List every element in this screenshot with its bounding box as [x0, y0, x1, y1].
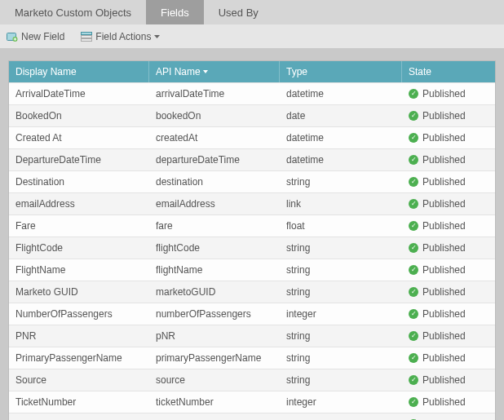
tab-custom-objects[interactable]: Marketo Custom Objects — [0, 0, 146, 24]
field-actions-button[interactable]: Field Actions — [81, 31, 160, 42]
check-circle-icon: ✓ — [409, 133, 418, 143]
state-label: Published — [422, 308, 466, 320]
cell-state: ✓Published — [402, 171, 495, 192]
check-circle-icon: ✓ — [409, 199, 418, 209]
table-row[interactable]: PNRpNRstring✓Published — [9, 325, 495, 347]
cell-state: ✓Published — [402, 215, 495, 237]
tab-used-by[interactable]: Used By — [204, 0, 273, 24]
cell-state: ✓Published — [402, 303, 495, 325]
tab-label: Fields — [161, 7, 189, 19]
cell-type: integer — [280, 303, 402, 325]
cell-state: ✓Published — [402, 149, 495, 170]
cell-api-name: pNR — [149, 325, 280, 347]
cell-display-name: ArrivalDateTime — [9, 83, 149, 104]
check-circle-icon: ✓ — [409, 111, 418, 121]
check-circle-icon: ✓ — [409, 243, 418, 253]
cell-type: string — [280, 347, 402, 369]
cell-type: integer — [280, 391, 402, 413]
table-row[interactable]: Created AtcreatedAtdatetime✓Published — [9, 126, 495, 148]
cell-state: ✓Published — [402, 193, 495, 214]
state-label: Published — [422, 220, 466, 232]
cell-api-name: ticketNumber — [149, 391, 280, 413]
table-header-row: Display Name API Name Type State — [9, 61, 495, 82]
table-row[interactable]: Marketo GUIDmarketoGUIDstring✓Published — [9, 281, 495, 303]
cell-state: ✓Published — [402, 281, 495, 303]
table-row[interactable]: PrimaryPassengerNameprimaryPassengerName… — [9, 347, 495, 369]
cell-display-name: emailAddress — [9, 193, 149, 214]
state-label: Published — [422, 396, 466, 408]
table-row[interactable]: ArrivalDateTimearrivalDateTimedatetime✓P… — [9, 82, 495, 104]
state-label: Published — [422, 330, 466, 342]
cell-api-name: arrivalDateTime — [149, 83, 280, 104]
new-field-icon — [7, 32, 18, 42]
check-circle-icon: ✓ — [409, 221, 418, 231]
cell-state: ✓Published — [402, 369, 495, 391]
state-label: Published — [422, 264, 466, 276]
tab-fields[interactable]: Fields — [146, 0, 204, 24]
content-area: Display Name API Name Type State Arrival… — [0, 49, 504, 420]
check-circle-icon: ✓ — [409, 89, 418, 99]
cell-api-name: updatedAt — [149, 413, 280, 420]
cell-display-name: Marketo GUID — [9, 281, 149, 303]
cell-type: datetime — [280, 413, 402, 420]
col-header-label: Type — [286, 66, 307, 77]
cell-type: string — [280, 171, 402, 192]
cell-display-name: FlightCode — [9, 237, 149, 259]
check-circle-icon: ✓ — [409, 353, 418, 363]
state-label: Published — [422, 88, 466, 99]
col-header-display-name[interactable]: Display Name — [9, 61, 149, 82]
cell-display-name: Destination — [9, 171, 149, 192]
cell-display-name: DepartureDateTime — [9, 149, 149, 170]
fields-table: Display Name API Name Type State Arrival… — [8, 60, 496, 420]
tab-label: Used By — [219, 7, 259, 19]
svg-rect-3 — [82, 35, 92, 38]
cell-display-name: Source — [9, 369, 149, 391]
cell-display-name: Fare — [9, 215, 149, 237]
cell-display-name: TicketNumber — [9, 391, 149, 413]
table-row[interactable]: DepartureDateTimedepartureDateTimedateti… — [9, 148, 495, 170]
table-row[interactable]: NumberOfPassengersnumberOfPassengersinte… — [9, 303, 495, 325]
cell-state: ✓Published — [402, 127, 495, 148]
cell-api-name: flightCode — [149, 237, 280, 259]
new-field-button[interactable]: New Field — [7, 31, 64, 42]
check-circle-icon: ✓ — [409, 375, 418, 385]
table-row[interactable]: BookedOnbookedOndate✓Published — [9, 104, 495, 126]
col-header-label: API Name — [156, 66, 201, 77]
cell-type: datetime — [280, 127, 402, 148]
cell-api-name: fare — [149, 215, 280, 237]
table-row[interactable]: TicketNumberticketNumberinteger✓Publishe… — [9, 391, 495, 413]
state-label: Published — [422, 154, 466, 166]
tab-bar: Marketo Custom Objects Fields Used By — [0, 0, 504, 24]
cell-api-name: numberOfPassengers — [149, 303, 280, 325]
cell-type: string — [280, 281, 402, 303]
cell-display-name: BookedOn — [9, 105, 149, 126]
cell-type: string — [280, 369, 402, 391]
cell-state: ✓Published — [402, 347, 495, 369]
state-label: Published — [422, 198, 466, 210]
cell-api-name: source — [149, 369, 280, 391]
cell-type: string — [280, 237, 402, 259]
table-row[interactable]: Sourcesourcestring✓Published — [9, 369, 495, 391]
cell-type: date — [280, 105, 402, 126]
sort-down-icon — [203, 70, 208, 73]
cell-state: ✓Published — [402, 391, 495, 413]
cell-type: datetime — [280, 149, 402, 170]
cell-api-name: marketoGUID — [149, 281, 280, 303]
cell-display-name: PrimaryPassengerName — [9, 347, 149, 369]
state-label: Published — [422, 110, 466, 122]
cell-type: link — [280, 193, 402, 214]
col-header-type[interactable]: Type — [280, 61, 402, 82]
field-actions-label: Field Actions — [95, 31, 151, 42]
table-row[interactable]: emailAddressemailAddresslink✓Published — [9, 192, 495, 214]
table-row[interactable]: FlightCodeflightCodestring✓Published — [9, 237, 495, 259]
col-header-state[interactable]: State — [402, 61, 495, 82]
col-header-api-name[interactable]: API Name — [149, 61, 280, 82]
table-body: ArrivalDateTimearrivalDateTimedatetime✓P… — [9, 82, 495, 420]
cell-api-name: destination — [149, 171, 280, 192]
cell-type: float — [280, 215, 402, 237]
check-circle-icon: ✓ — [409, 155, 418, 165]
table-row[interactable]: Destinationdestinationstring✓Published — [9, 170, 495, 192]
table-row[interactable]: Updated AtupdatedAtdatetime✓Published — [9, 413, 495, 420]
table-row[interactable]: Farefarefloat✓Published — [9, 214, 495, 237]
table-row[interactable]: FlightNameflightNamestring✓Published — [9, 259, 495, 281]
